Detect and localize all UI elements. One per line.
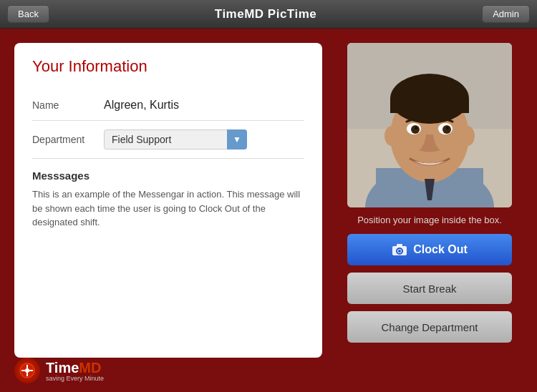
- svg-point-12: [411, 125, 420, 134]
- name-label: Name: [32, 99, 104, 111]
- panel-heading: Your Information: [32, 57, 304, 76]
- logo-tagline: saving Every Minute: [46, 375, 104, 382]
- change-department-button[interactable]: Change Department: [347, 311, 512, 343]
- svg-rect-7: [390, 99, 469, 113]
- svg-point-14: [415, 127, 417, 129]
- svg-point-15: [446, 127, 449, 129]
- start-break-button[interactable]: Start Break: [347, 273, 512, 304]
- department-row: Department Field Support Administration …: [32, 121, 304, 159]
- messages-section: Messsages This is an example of the Mess…: [32, 159, 304, 230]
- bottom-logo: TimeMD saving Every Minute: [14, 358, 104, 383]
- position-text: Position your image inside the box.: [357, 215, 502, 225]
- left-panel: Your Information Name Algreen, Kurtis De…: [14, 43, 322, 358]
- logo-time: Time: [46, 360, 79, 376]
- logo-md: MD: [79, 360, 101, 376]
- top-bar: Back TimeMD PicTime Admin: [0, 0, 537, 29]
- app-title: TimeMD PicTime: [215, 7, 316, 21]
- main-content: Your Information Name Algreen, Kurtis De…: [0, 29, 537, 392]
- messages-text: This is an example of the Messengar in a…: [32, 187, 304, 230]
- photo-box: [347, 43, 512, 207]
- clock-out-label: Clock Out: [413, 243, 468, 256]
- svg-point-22: [25, 368, 29, 373]
- logo-text: TimeMD saving Every Minute: [46, 360, 104, 382]
- back-button[interactable]: Back: [7, 5, 49, 23]
- svg-point-8: [384, 126, 399, 146]
- dept-select-wrapper: Field Support Administration IT HR ▼: [104, 129, 247, 150]
- clock-out-button[interactable]: Clock Out: [347, 234, 512, 265]
- logo-icon: [14, 358, 40, 383]
- name-row: Name Algreen, Kurtis: [32, 90, 304, 121]
- svg-rect-18: [397, 244, 402, 248]
- name-value: Algreen, Kurtis: [104, 99, 179, 112]
- svg-point-9: [460, 126, 475, 146]
- camera-icon: [392, 243, 407, 256]
- department-select[interactable]: Field Support Administration IT HR: [104, 129, 247, 150]
- dept-label: Department: [32, 134, 104, 145]
- svg-point-20: [398, 250, 401, 253]
- messages-label: Messsages: [32, 170, 304, 182]
- svg-point-13: [442, 125, 451, 134]
- admin-button[interactable]: Admin: [482, 5, 530, 23]
- right-panel: Position your image inside the box. Cloc…: [337, 43, 523, 378]
